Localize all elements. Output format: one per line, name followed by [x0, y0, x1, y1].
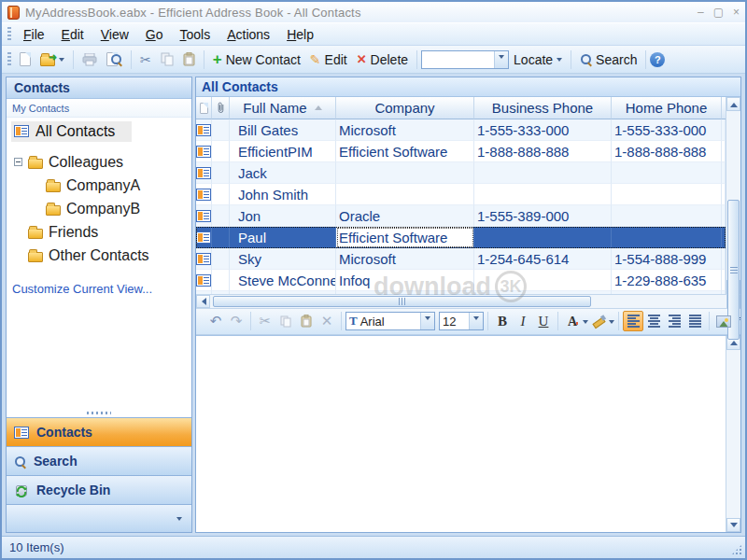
underline-button[interactable]: U [533, 311, 554, 331]
align-justify-button[interactable] [684, 311, 705, 331]
print-button[interactable] [78, 50, 102, 69]
new-contact-label: New Contact [226, 52, 301, 67]
quick-search-combo[interactable] [421, 50, 509, 69]
nav-button-search[interactable]: Search [7, 446, 191, 475]
delete-button[interactable]: ✕ [317, 311, 337, 331]
column-header-business-phone[interactable]: Business Phone [474, 97, 612, 119]
column-header-record-icon[interactable] [196, 97, 212, 119]
table-row[interactable]: John Smith [196, 184, 726, 205]
cut-button[interactable]: ✂ [255, 311, 275, 331]
editor-scroll-track[interactable] [726, 350, 740, 519]
align-right-button[interactable] [664, 311, 684, 331]
table-row[interactable]: Steve McConnell Infoq 1-229-888-635 [196, 270, 726, 291]
tree-label: CompanyA [66, 177, 140, 194]
menu-file[interactable]: File [15, 24, 53, 45]
maximize-button[interactable]: ▢ [713, 7, 724, 18]
quick-search-input[interactable] [422, 53, 494, 66]
all-contacts-label: All Contacts [35, 123, 115, 140]
new-contact-button[interactable]: + New Contact [208, 49, 305, 70]
copy-icon [161, 52, 174, 66]
new-file-button[interactable] [15, 49, 35, 69]
cell-business-phone [474, 162, 612, 184]
cut-button[interactable]: ✂ [135, 50, 156, 69]
paste-button[interactable] [296, 311, 317, 331]
nav-button-contacts[interactable]: Contacts [7, 417, 191, 446]
menu-help[interactable]: Help [278, 24, 322, 45]
italic-button[interactable]: I [513, 311, 533, 331]
search-button[interactable]: Search [575, 49, 641, 70]
arrow-left-icon [198, 298, 206, 305]
highlight-caret-icon[interactable] [609, 320, 614, 327]
folder-icon [28, 159, 43, 169]
open-file-button[interactable]: ➜ [35, 50, 69, 69]
delete-contact-button[interactable]: ✕ Delete [352, 49, 413, 70]
highlight-button[interactable] [588, 311, 609, 331]
menu-go[interactable]: Go [137, 24, 172, 45]
scroll-down-button[interactable] [726, 518, 740, 532]
paste-icon [301, 315, 312, 328]
sidebar-item-all-contacts[interactable]: All Contacts [7, 119, 191, 143]
menu-view[interactable]: View [92, 24, 137, 45]
cell-company: Microsoft [336, 119, 474, 141]
menubar-grip[interactable] [7, 27, 11, 42]
font-name-dropdown-button[interactable] [420, 313, 434, 329]
collapse-minus-icon[interactable] [14, 158, 22, 166]
search-icon [580, 53, 592, 65]
column-header-company[interactable]: Company [336, 97, 474, 119]
font-name-combo[interactable]: T Arial [345, 312, 435, 330]
column-header-home-phone[interactable]: Home Phone [612, 97, 722, 119]
tree-item-companya[interactable]: CompanyA [46, 174, 191, 197]
help-button[interactable]: ? [650, 52, 665, 67]
menu-edit[interactable]: Edit [53, 24, 92, 45]
scroll-left-button[interactable] [196, 295, 210, 308]
cell-home-phone: 1-229-888-635 [612, 270, 722, 291]
copy-button[interactable] [275, 311, 296, 331]
tree-item-colleagues[interactable]: Colleagues [14, 150, 191, 174]
table-row[interactable]: Bill Gates Microsoft 1-555-333-000 1-555… [196, 119, 726, 141]
document-icon [200, 103, 208, 114]
customize-view-link[interactable]: Customize Current View... [7, 282, 191, 296]
tree-item-companyb[interactable]: CompanyB [46, 197, 191, 220]
bold-button[interactable]: B [492, 311, 513, 331]
sidebar-splitter-grip[interactable] [7, 409, 191, 417]
tree-item-friends[interactable]: Friends [28, 220, 191, 244]
print-preview-button[interactable] [102, 49, 127, 69]
font-size-dropdown-button[interactable] [469, 313, 483, 329]
minimize-button[interactable]: – [698, 7, 704, 18]
column-header-full-name[interactable]: Full Name [230, 97, 336, 119]
nav-collapse-strip[interactable] [7, 504, 191, 532]
table-row[interactable]: Jon Oracle 1-555-389-000 [196, 205, 726, 227]
notes-edit-area[interactable] [196, 336, 726, 533]
font-color-button[interactable]: A [562, 311, 583, 331]
table-row-selected[interactable]: Paul Efficient Software [196, 227, 726, 248]
nav-recycle-bin-label: Recycle Bin [36, 483, 110, 497]
copy-button[interactable] [156, 49, 178, 69]
column-header-attachment[interactable] [212, 97, 230, 119]
cell-home-phone [612, 205, 722, 227]
nav-search-label: Search [34, 454, 78, 469]
align-left-button[interactable] [623, 311, 643, 331]
horizontal-scroll-track[interactable] [210, 295, 726, 308]
table-row[interactable]: EfficientPIM Efficient Software 1-888-88… [196, 141, 726, 162]
scroll-up-button[interactable] [726, 97, 740, 111]
table-row[interactable]: Sky Microsoft 1-254-645-614 1-554-888-99… [196, 248, 726, 270]
paste-button[interactable] [178, 49, 200, 69]
font-size-combo[interactable]: 12 [439, 312, 484, 330]
locate-button[interactable]: Locate [509, 49, 567, 70]
toolbar-grip[interactable] [7, 52, 11, 67]
horizontal-scroll-thumb[interactable] [213, 296, 591, 307]
menu-tools[interactable]: Tools [172, 24, 219, 45]
align-center-button[interactable] [643, 311, 664, 331]
menu-actions[interactable]: Actions [218, 24, 278, 45]
tree-item-other-contacts[interactable]: Other Contacts [28, 244, 191, 267]
nav-button-recycle-bin[interactable]: Recycle Bin [7, 475, 191, 504]
paste-icon [183, 52, 195, 66]
vertical-scroll-track[interactable] [726, 111, 740, 280]
redo-button[interactable]: ↷ [226, 311, 247, 331]
undo-button[interactable]: ↶ [205, 311, 226, 331]
quick-search-dropdown-button[interactable] [494, 51, 508, 68]
edit-contact-button[interactable]: ✎ Edit [305, 49, 352, 70]
table-row[interactable]: Jack [196, 162, 726, 184]
close-button[interactable]: × [733, 7, 740, 18]
resize-grip[interactable] [731, 544, 742, 555]
